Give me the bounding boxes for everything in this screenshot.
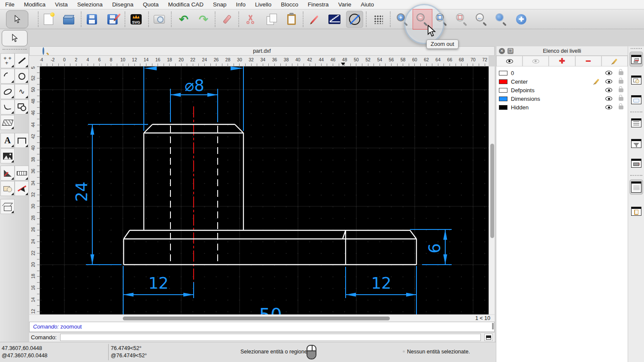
layer-lock-icon[interactable] — [619, 88, 623, 92]
menu-item-modifica-cad[interactable]: Modifica CAD — [168, 1, 204, 8]
vertical-scrollbar[interactable] — [489, 66, 495, 314]
menu-item-quota[interactable]: Quota — [143, 1, 159, 8]
line-tool[interactable] — [15, 53, 29, 68]
layer-row-center[interactable]: Center — [496, 77, 628, 86]
hscroll-thumb[interactable] — [123, 317, 390, 320]
dock-library-button[interactable] — [629, 92, 643, 107]
dock-block-list-button[interactable] — [629, 115, 643, 130]
text-tool[interactable]: A — [0, 133, 15, 148]
zoom-previous-button[interactable]: ← — [473, 11, 490, 28]
layer-visibility-icon[interactable] — [605, 97, 612, 101]
modify-selection-tool[interactable] — [15, 181, 29, 196]
menu-item-disegna[interactable]: Disegna — [112, 1, 134, 8]
layer-row-hidden[interactable]: Hidden — [496, 103, 628, 112]
layer-visibility-icon[interactable] — [605, 79, 612, 84]
menu-item-varie[interactable]: Varie — [338, 1, 352, 8]
zoom-in-button[interactable]: + — [394, 11, 411, 28]
keyboard-toggle-button[interactable] — [484, 334, 493, 341]
layer-row-dimensions[interactable]: Dimensions — [496, 94, 628, 103]
layer-visibility-icon[interactable] — [605, 71, 612, 75]
show-all-layers-button[interactable] — [496, 56, 522, 66]
hatch-tool[interactable] — [0, 115, 15, 130]
measure-tool[interactable] — [15, 166, 29, 181]
menu-item-livello[interactable]: Livello — [255, 1, 271, 8]
svg-export-button[interactable]: SVG — [128, 11, 145, 28]
zoom-selection-button[interactable] — [453, 11, 471, 28]
dimension-tool[interactable] — [15, 133, 29, 148]
layer-lock-icon[interactable] — [619, 97, 623, 101]
drawing-canvas[interactable]: ⌀8 24 12 12 6 50 — [40, 66, 489, 314]
blocks-tool[interactable] — [0, 181, 15, 196]
menu-item-seleziona[interactable]: Seleziona — [77, 1, 103, 8]
layer-row-defpoints[interactable]: Defpoints — [496, 86, 628, 94]
print-preview-button[interactable] — [151, 11, 168, 28]
attributes-button[interactable] — [326, 11, 343, 28]
undo-button[interactable]: ↶ — [175, 11, 192, 28]
save-as-button[interactable] — [104, 11, 121, 28]
layer-visibility-icon[interactable] — [605, 88, 612, 92]
dock-layers-button[interactable] — [629, 51, 643, 67]
menu-item-info[interactable]: Info — [236, 1, 246, 8]
layer-row-0[interactable]: 0 — [496, 69, 628, 77]
copy-button[interactable] — [263, 11, 280, 28]
points-tool[interactable]: + + + — [0, 53, 15, 68]
palette-select-button[interactable] — [2, 30, 27, 46]
menu-item-finestra[interactable]: Finestra — [308, 1, 329, 8]
circle-tool[interactable] — [15, 69, 29, 84]
arc-tool[interactable] — [0, 69, 15, 84]
spline-tool[interactable]: ∿ — [15, 84, 29, 99]
pen-edit-button[interactable] — [306, 11, 323, 28]
menu-item-blocco[interactable]: Blocco — [281, 1, 298, 8]
layer-lock-icon[interactable] — [619, 71, 623, 75]
modify-tool[interactable] — [0, 166, 15, 181]
image-tool[interactable] — [0, 148, 15, 163]
open-file-button[interactable] — [60, 11, 77, 28]
close-panel-button[interactable]: ✕ — [499, 48, 505, 54]
history-scrollbar[interactable] — [492, 323, 494, 329]
grid-icon — [374, 15, 383, 24]
hruler-label: 4 — [86, 57, 89, 62]
dim-left-offset: 12 — [148, 274, 168, 293]
shapes-tool[interactable] — [15, 100, 29, 115]
ellipse-tool[interactable] — [0, 84, 15, 99]
cut-button[interactable] — [242, 11, 259, 28]
dock-command-button[interactable] — [629, 179, 643, 195]
grid-button[interactable] — [370, 11, 387, 28]
layer-lock-icon[interactable] — [619, 106, 623, 109]
menu-item-file[interactable]: File — [5, 1, 15, 8]
horizontal-scrollbar[interactable]: 1 < 10 — [29, 314, 495, 322]
select-tool-button[interactable] — [6, 10, 28, 28]
command-input[interactable] — [60, 334, 481, 341]
draft-mode-button[interactable] — [346, 11, 363, 28]
edit-layer-button[interactable] — [601, 56, 628, 66]
delete-button[interactable] — [219, 11, 236, 28]
dock-blocks-button[interactable] — [629, 72, 643, 87]
paste-button[interactable] — [283, 11, 300, 28]
add-layer-button[interactable]: ✚ — [549, 56, 575, 66]
solid-3d-tool[interactable] — [0, 199, 15, 214]
hruler-label: 36 — [272, 57, 277, 62]
menu-item-modifica[interactable]: Modifica — [24, 1, 46, 8]
blocks-window-icon — [631, 75, 641, 84]
pan-button[interactable]: ✚ — [513, 11, 530, 28]
hruler-label: 46 — [331, 57, 336, 62]
zoom-window-button[interactable] — [493, 11, 510, 28]
dock-pen-button[interactable] — [629, 155, 643, 171]
dock-filter-button[interactable] — [629, 136, 643, 151]
menu-item-snap[interactable]: Snap — [213, 1, 227, 8]
layer-visibility-icon[interactable] — [605, 105, 612, 109]
polyline-tool[interactable] — [0, 100, 15, 115]
menu-item-vista[interactable]: Vista — [55, 1, 68, 8]
new-file-button[interactable] — [40, 11, 57, 28]
vscroll-thumb[interactable] — [490, 144, 494, 238]
float-panel-button[interactable]: ❐ — [507, 48, 513, 54]
remove-layer-button[interactable]: ━ — [575, 56, 601, 66]
document-title-bar[interactable]: part.dxf — [29, 46, 495, 56]
save-button[interactable] — [83, 11, 100, 28]
layers-panel-titlebar[interactable]: ✕ ❐ Elenco dei livelli — [496, 46, 628, 56]
layer-lock-icon[interactable] — [619, 80, 623, 84]
menu-item-aiuto[interactable]: Aiuto — [361, 1, 374, 8]
redo-button[interactable]: ↷ — [195, 11, 212, 28]
hide-all-layers-button[interactable] — [522, 56, 549, 66]
dock-clipboard-button[interactable] — [629, 203, 643, 219]
